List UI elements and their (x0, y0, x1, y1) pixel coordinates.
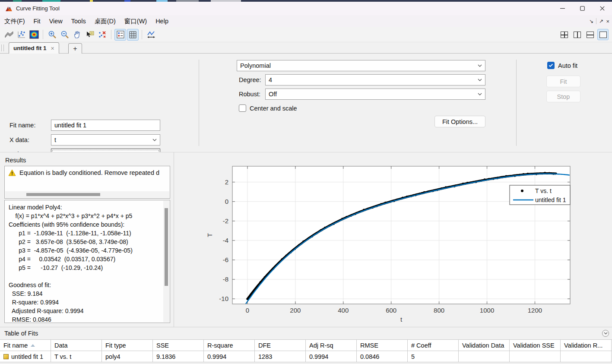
warning-horizontal-scrollbar[interactable] (5, 191, 169, 198)
column-header[interactable]: Fit type (102, 340, 153, 351)
new-tab-button[interactable]: + (68, 43, 82, 54)
table-cell[interactable]: 0.9994 (306, 351, 357, 362)
panel-close-icon[interactable]: × (606, 18, 609, 25)
svg-text:-6: -6 (223, 256, 228, 263)
auto-fit-checkbox[interactable] (547, 62, 555, 69)
degree-dropdown[interactable]: 4 (265, 74, 485, 85)
collapse-panel-icon[interactable] (602, 330, 609, 337)
tab-close-icon[interactable]: × (51, 45, 54, 51)
robust-dropdown[interactable]: Off (265, 89, 485, 100)
column-header[interactable]: Validation SSE (510, 340, 561, 351)
results-line: p3 = -4.857e-05 (-4.936e-05, -4.779e-05) (9, 246, 162, 255)
toolbar-separator (111, 30, 111, 39)
menu-fit[interactable]: Fit (29, 16, 45, 26)
table-cell[interactable] (459, 351, 510, 362)
chevron-down-icon (475, 89, 485, 99)
svg-text:-10: -10 (219, 295, 228, 302)
tab-bar: untitled fit 1 × + (0, 42, 612, 54)
degree-label: Degree: (239, 76, 265, 83)
column-header[interactable]: RMSE (357, 340, 408, 351)
table-cell[interactable]: 0.0846 (357, 351, 408, 362)
dock-arrow-icon[interactable]: ↘ (589, 18, 593, 24)
maximize-button[interactable] (572, 2, 592, 15)
table-cell[interactable] (561, 351, 612, 362)
column-header[interactable]: DFE (255, 340, 306, 351)
column-header[interactable]: Validation R... (561, 340, 612, 351)
center-and-scale-checkbox[interactable] (239, 104, 246, 112)
table-cell[interactable]: 0.9994 (204, 351, 255, 362)
zoom-out-icon[interactable] (59, 29, 70, 41)
adjust-axes-icon[interactable] (145, 29, 157, 41)
table-cell[interactable]: 5 (408, 351, 459, 362)
svg-text:T vs. t: T vs. t (535, 187, 552, 194)
zoom-in-icon[interactable] (46, 29, 58, 41)
results-line: p4 = 0.03542 (0.03517, 0.03567) (9, 255, 162, 263)
column-header[interactable]: # Coeff (408, 340, 459, 351)
legend-toggle-icon[interactable] (114, 29, 126, 41)
plot-legend[interactable]: T vs. tuntitled fit 1 (510, 185, 570, 205)
fit-plot-panel[interactable]: 02004006008001000120020-2-4-6-8-10tTT vs… (174, 152, 612, 327)
fit-type-dropdown[interactable]: Polynomial (237, 60, 485, 71)
toolbar-separator (142, 30, 142, 39)
menu-tools[interactable]: Tools (67, 16, 90, 26)
column-header[interactable]: Data (51, 340, 102, 351)
table-cell[interactable]: 9.1836 (153, 351, 204, 362)
svg-text:-8: -8 (223, 275, 228, 283)
fit-name-input[interactable] (51, 120, 160, 131)
svg-text:-4: -4 (223, 237, 228, 244)
table-row[interactable]: untitled fit 1T vs. tpoly49.18360.999412… (0, 351, 612, 362)
results-line: Linear model Poly4: (9, 203, 162, 212)
tab-untitled-fit-1[interactable]: untitled fit 1 × (9, 42, 59, 54)
robust-value: Off (266, 89, 475, 99)
menu-view[interactable]: View (45, 16, 67, 26)
column-header[interactable]: Adj R-sq (306, 340, 357, 351)
layout-single-icon[interactable] (597, 29, 609, 40)
table-cell[interactable]: poly4 (102, 351, 153, 362)
exclude-outliers-icon[interactable] (96, 29, 108, 41)
stop-button[interactable]: Stop (546, 91, 580, 102)
surface-plot-icon[interactable] (3, 29, 15, 41)
scrollbar-thumb[interactable] (165, 208, 168, 286)
close-button[interactable] (592, 2, 612, 15)
titlebar[interactable]: Curve Fitting Tool (0, 2, 612, 15)
fit-plot[interactable]: 02004006008001000120020-2-4-6-8-10tTT vs… (174, 152, 612, 327)
fit-name-row: Fit name: (10, 120, 191, 131)
table-cell[interactable]: untitled fit 1 (0, 351, 51, 362)
results-line: Goodness of fit: (9, 281, 162, 289)
menu-d[interactable]: 桌面(D) (90, 16, 120, 27)
fit-options-button[interactable]: Fit Options... (434, 116, 485, 127)
results-vertical-scrollbar[interactable] (163, 201, 169, 322)
menu-help[interactable]: Help (151, 16, 173, 26)
fit-type-value: Polynomial (237, 60, 475, 71)
grid-toggle-icon[interactable] (127, 29, 139, 41)
datatip-icon[interactable] (84, 29, 95, 41)
svg-text:-2: -2 (223, 217, 228, 225)
layout-two-row-icon[interactable] (584, 29, 596, 40)
menu-w[interactable]: 窗口(W) (120, 16, 151, 27)
column-header[interactable]: R-square (204, 340, 255, 351)
fit-button[interactable]: Fit (546, 76, 580, 87)
contour-plot-icon[interactable] (28, 29, 40, 41)
table-cell[interactable]: 1283 (255, 351, 306, 362)
column-header[interactable]: SSE (153, 340, 204, 351)
undock-arrow-icon[interactable]: ↗ (599, 18, 603, 24)
scrollbar-thumb[interactable] (26, 193, 100, 196)
column-header[interactable]: Validation Data (459, 340, 510, 351)
menu-f[interactable]: 文件(F) (0, 16, 29, 27)
layout-four-pane-icon[interactable] (558, 29, 570, 40)
scatter-plot-icon[interactable] (16, 29, 27, 41)
results-text-box[interactable]: Linear model Poly4: f(x) = p1*x^4 + p2*x… (4, 200, 170, 323)
tabbar-grip[interactable] (1, 44, 4, 51)
minimize-button[interactable] (552, 2, 572, 15)
pane-divider (516, 60, 517, 146)
layout-two-column-icon[interactable] (571, 29, 583, 40)
svg-text:400: 400 (338, 307, 349, 314)
pan-icon[interactable] (71, 29, 83, 41)
degree-row: Degree: 4 (239, 74, 485, 85)
table-cell[interactable]: T vs. t (51, 351, 102, 362)
column-header[interactable]: Fit name (0, 340, 51, 351)
x-data-dropdown[interactable]: t (51, 134, 160, 146)
results-line: p5 = -10.27 (-10.29, -10.24) (9, 263, 162, 272)
table-cell[interactable] (510, 351, 561, 362)
results-line: p1 = -1.093e-11 (-1.128e-11, -1.058e-11) (9, 229, 162, 237)
